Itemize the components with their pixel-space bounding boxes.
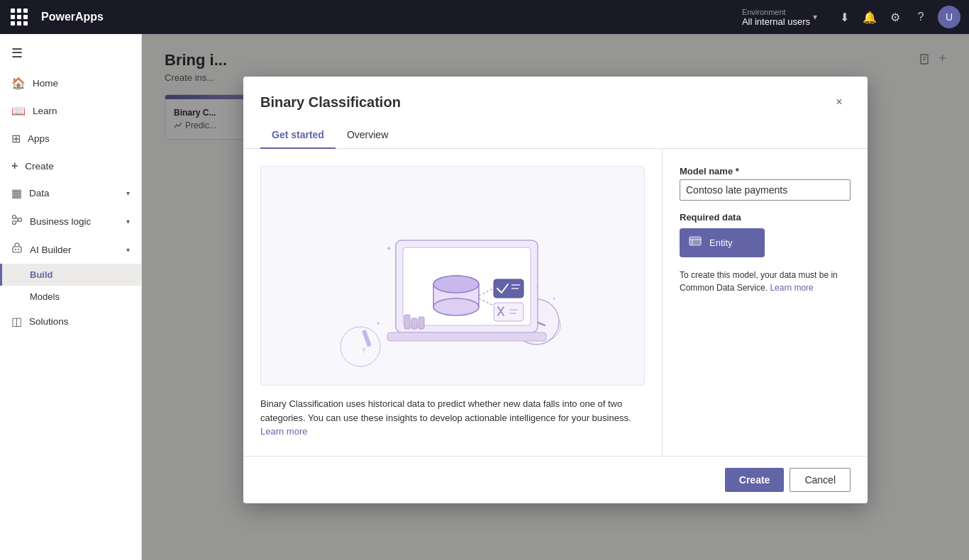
svg-rect-5	[13, 247, 21, 252]
environment-value: All internal users	[742, 16, 810, 27]
sidebar-item-apps-label: Apps	[28, 133, 50, 144]
topbar: PowerApps Environment All internal users…	[0, 0, 969, 34]
dialog-left-panel: ✦ ✦ ✦ ✦ Binary Classification uses histo…	[243, 149, 662, 456]
svg-text:✦: ✦	[376, 320, 381, 327]
ai-builder-chevron: ▾	[126, 246, 130, 254]
required-data-label: Required data	[680, 212, 851, 223]
svg-point-6	[15, 249, 16, 250]
cancel-button[interactable]: Cancel	[790, 468, 851, 492]
sidebar-item-business-logic[interactable]: Business logic ▾	[0, 207, 141, 235]
sidebar-item-ai-builder[interactable]: AI Builder ▾	[0, 235, 141, 264]
app-logo: PowerApps	[41, 11, 104, 23]
binary-classification-dialog: Binary Classification × Get started Over…	[243, 77, 868, 503]
ai-builder-icon	[11, 242, 23, 257]
svg-rect-20	[387, 332, 546, 341]
cds-learn-more-link[interactable]: Learn more	[770, 283, 813, 293]
sidebar-item-build[interactable]: Build	[0, 264, 141, 286]
svg-point-11	[340, 327, 380, 366]
dialog-description: Binary Classification uses historical da…	[260, 397, 645, 439]
svg-rect-16	[362, 330, 372, 347]
page-content: Bring i... Create ins... Binary C... Pre…	[142, 34, 969, 560]
svg-point-7	[18, 249, 19, 250]
svg-text:✦: ✦	[535, 284, 540, 290]
learn-icon: 📖	[11, 104, 26, 118]
description-learn-more-link[interactable]: Learn more	[260, 426, 307, 437]
model-name-label: Model name *	[680, 166, 851, 177]
sidebar-item-learn[interactable]: 📖 Learn	[0, 97, 141, 125]
topbar-icons: ⬇ 🔔 ⚙ ? U	[833, 6, 960, 28]
environment-label: Environment	[742, 8, 810, 16]
home-icon: 🏠	[11, 77, 26, 90]
create-button[interactable]: Create	[725, 468, 785, 492]
svg-rect-42	[690, 237, 701, 245]
svg-point-24	[433, 276, 479, 293]
download-icon[interactable]: ⬇	[833, 6, 856, 28]
svg-point-23	[433, 298, 479, 315]
model-name-input[interactable]	[680, 179, 851, 201]
sidebar: ☰ 🏠 Home 📖 Learn ⊞ Apps + Create ▦ Data …	[0, 34, 142, 560]
cds-info: To create this model, your data must be …	[680, 269, 851, 294]
business-logic-chevron: ▾	[126, 218, 130, 225]
help-icon[interactable]: ?	[909, 6, 932, 28]
entity-icon	[688, 234, 702, 252]
illustration-box: ✦ ✦ ✦ ✦	[260, 166, 645, 386]
apps-icon: ⊞	[11, 132, 21, 145]
settings-icon[interactable]: ⚙	[884, 6, 907, 28]
user-avatar[interactable]: U	[938, 6, 960, 28]
svg-point-2	[13, 221, 16, 225]
sidebar-item-build-label: Build	[30, 269, 53, 280]
sidebar-item-solutions-label: Solutions	[29, 316, 69, 327]
sidebar-item-learn-label: Learn	[33, 106, 57, 116]
sidebar-toggle[interactable]: ☰	[0, 40, 141, 67]
svg-rect-37	[419, 317, 424, 329]
dialog-body: ✦ ✦ ✦ ✦ Binary Classification uses histo…	[243, 149, 868, 456]
svg-rect-35	[404, 315, 410, 329]
model-name-field-group: Model name *	[680, 166, 851, 201]
dialog-close-button[interactable]: ×	[828, 91, 851, 113]
create-icon: +	[11, 159, 18, 172]
svg-text:✦: ✦	[552, 296, 556, 301]
dialog-footer: Create Cancel	[243, 456, 868, 503]
svg-marker-17	[362, 348, 366, 354]
svg-point-0	[13, 215, 16, 219]
dialog-right-panel: Model name * Required data	[662, 149, 868, 456]
tab-get-started[interactable]: Get started	[260, 122, 336, 149]
solutions-icon: ◫	[11, 315, 22, 328]
waffle-menu[interactable]	[9, 6, 30, 28]
dialog-header: Binary Classification ×	[243, 77, 868, 113]
sidebar-item-models[interactable]: Models	[0, 286, 141, 308]
entity-label: Entity	[709, 237, 733, 248]
sidebar-item-home-label: Home	[33, 78, 58, 89]
svg-point-1	[18, 218, 22, 222]
sidebar-item-business-logic-label: Business logic	[30, 216, 91, 227]
data-icon: ▦	[11, 186, 22, 200]
sidebar-item-home[interactable]: 🏠 Home	[0, 69, 141, 97]
modal-overlay: Binary Classification × Get started Over…	[142, 34, 969, 560]
svg-rect-30	[494, 303, 524, 321]
notifications-icon[interactable]: 🔔	[858, 6, 881, 28]
entity-chip[interactable]: Entity	[680, 228, 765, 257]
sidebar-item-apps[interactable]: ⊞ Apps	[0, 125, 141, 152]
business-logic-icon	[11, 214, 23, 228]
environment-chevron: ▾	[813, 12, 817, 22]
svg-rect-36	[411, 318, 417, 329]
sidebar-item-data[interactable]: ▦ Data ▾	[0, 179, 141, 207]
tab-overview[interactable]: Overview	[336, 122, 399, 149]
dialog-tabs: Get started Overview	[243, 122, 868, 149]
svg-line-4	[16, 220, 18, 222]
environment-selector[interactable]: Environment All internal users ▾	[742, 8, 817, 27]
dialog-title: Binary Classification	[260, 94, 401, 111]
svg-line-3	[16, 218, 18, 219]
svg-text:✦: ✦	[386, 245, 392, 252]
sidebar-item-create[interactable]: + Create	[0, 152, 141, 179]
sidebar-item-solutions[interactable]: ◫ Solutions	[0, 308, 141, 335]
sidebar-item-create-label: Create	[25, 161, 54, 172]
data-chevron: ▾	[126, 189, 130, 197]
sidebar-item-ai-builder-label: AI Builder	[30, 245, 72, 255]
sidebar-item-data-label: Data	[29, 188, 50, 198]
required-data-section: Required data Entity	[680, 212, 851, 257]
sidebar-item-models-label: Models	[30, 291, 60, 302]
